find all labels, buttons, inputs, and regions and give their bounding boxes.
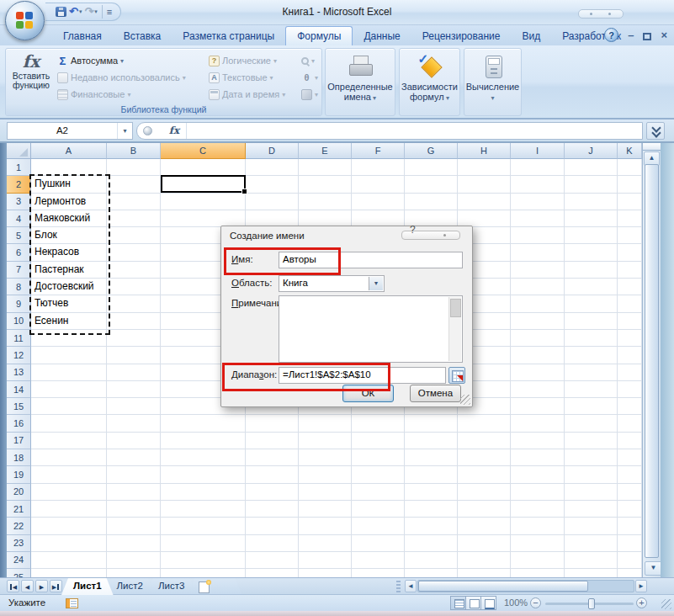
cell-K24[interactable] <box>618 552 642 569</box>
tab-insert[interactable]: Вставка <box>113 28 172 45</box>
cell-D16[interactable] <box>246 415 299 432</box>
column-header-K[interactable]: K <box>618 143 642 159</box>
column-header-J[interactable]: J <box>565 143 618 159</box>
cell-G16[interactable] <box>405 415 458 432</box>
column-header-E[interactable]: E <box>299 143 352 159</box>
cell-D18[interactable] <box>246 449 299 466</box>
cell-I15[interactable] <box>511 398 565 415</box>
ribbon-button-autosum[interactable]: ΣАвтосумма▾ <box>56 52 206 69</box>
cell-I2[interactable] <box>511 176 565 193</box>
redo-button[interactable]: ↷▾ <box>84 3 97 20</box>
cell-C24[interactable] <box>161 552 246 569</box>
cell-J1[interactable] <box>565 159 618 176</box>
dropdown-icon[interactable]: ▾ <box>183 74 186 82</box>
minimize-button[interactable]: – <box>628 28 634 42</box>
cell-I7[interactable] <box>511 262 565 279</box>
cell-F17[interactable] <box>352 433 405 449</box>
cell-A25[interactable] <box>31 569 107 577</box>
cell-B22[interactable] <box>107 518 161 534</box>
cell-B24[interactable] <box>107 552 161 569</box>
cell-F3[interactable] <box>352 194 405 210</box>
cell-H2[interactable] <box>458 176 511 193</box>
cell-C22[interactable] <box>161 518 246 534</box>
dropdown-icon[interactable]: ▾ <box>491 94 494 102</box>
cell-K5[interactable] <box>618 227 642 244</box>
cell-D22[interactable] <box>246 518 299 534</box>
sheet-tab-sheet1[interactable]: Лист1 <box>61 578 114 595</box>
column-header-A[interactable]: A <box>31 143 107 159</box>
cell-I16[interactable] <box>511 415 565 432</box>
cell-A16[interactable] <box>31 415 107 432</box>
cell-G1[interactable] <box>405 159 458 176</box>
cell-B5[interactable] <box>107 227 161 244</box>
cell-B20[interactable] <box>107 484 161 501</box>
cell-K20[interactable] <box>618 484 642 501</box>
ribbon-button-logical[interactable]: ?Логические▾ <box>208 52 297 69</box>
sheet-tab-sheet2[interactable]: Лист2 <box>105 578 155 595</box>
cell-D23[interactable] <box>246 535 299 552</box>
cell-F22[interactable] <box>352 518 405 534</box>
cell-J20[interactable] <box>565 484 618 501</box>
cell-J9[interactable] <box>565 295 618 312</box>
cell-H25[interactable] <box>458 569 511 577</box>
cell-G21[interactable] <box>405 501 458 518</box>
column-header-H[interactable]: H <box>458 143 511 159</box>
cell-C20[interactable] <box>161 484 246 501</box>
ribbon-group-formula-auditing[interactable]: Зависимостиформул ▾ <box>399 48 460 116</box>
row-header-23[interactable]: 23 <box>7 535 31 552</box>
comment-scrollbar-thumb[interactable] <box>450 299 461 317</box>
cell-G3[interactable] <box>405 194 458 210</box>
cell-J3[interactable] <box>565 194 618 210</box>
cell-F20[interactable] <box>352 484 405 501</box>
dropdown-icon[interactable]: ▾ <box>311 57 315 65</box>
cell-J25[interactable] <box>565 569 618 577</box>
name-box[interactable]: A2 ▾ <box>7 122 133 140</box>
cell-H1[interactable] <box>458 159 511 176</box>
cell-J11[interactable] <box>565 330 618 347</box>
cell-K22[interactable] <box>618 518 642 534</box>
cell-K23[interactable] <box>618 535 642 552</box>
cell-C16[interactable] <box>161 415 246 432</box>
cell-E22[interactable] <box>299 518 352 534</box>
select-all-corner[interactable] <box>7 143 31 159</box>
cell-C25[interactable] <box>161 569 246 577</box>
expand-formula-bar-button[interactable] <box>646 122 665 140</box>
ribbon-button-financial[interactable]: Финансовые▾ <box>56 86 206 103</box>
column-header-G[interactable]: G <box>405 143 458 159</box>
cell-I1[interactable] <box>511 159 565 176</box>
cell-H16[interactable] <box>458 415 511 432</box>
cell-H17[interactable] <box>458 433 511 449</box>
undo-dropdown-icon[interactable]: ▾ <box>79 3 82 20</box>
dropdown-icon[interactable]: ▾ <box>120 57 124 65</box>
cell-D17[interactable] <box>246 433 299 449</box>
cell-H19[interactable] <box>458 466 511 483</box>
cell-A15[interactable] <box>31 398 107 415</box>
dropdown-icon[interactable]: ▾ <box>273 57 277 65</box>
column-header-I[interactable]: I <box>511 143 565 159</box>
cell-I13[interactable] <box>511 364 565 381</box>
column-header-C[interactable]: C <box>161 143 246 159</box>
cell-G2[interactable] <box>405 176 458 193</box>
dropdown-icon[interactable]: ▾ <box>315 91 318 98</box>
zoom-in-button[interactable]: + <box>636 597 647 608</box>
cell-H18[interactable] <box>458 449 511 466</box>
scroll-right-button[interactable]: ► <box>635 580 647 592</box>
cell-J16[interactable] <box>565 415 618 432</box>
ribbon-button-math-trig[interactable]: θ▾ <box>300 69 322 86</box>
cell-F2[interactable] <box>352 176 405 193</box>
cell-H22[interactable] <box>458 518 511 534</box>
ribbon-button-more-functions[interactable]: ▾ <box>300 86 322 103</box>
cell-G22[interactable] <box>405 518 458 534</box>
cell-I18[interactable] <box>511 449 565 466</box>
cell-E18[interactable] <box>299 449 352 466</box>
cell-C19[interactable] <box>161 466 246 483</box>
row-header-21[interactable]: 21 <box>7 501 31 518</box>
cell-I24[interactable] <box>511 552 565 569</box>
tab-home[interactable]: Главная <box>52 28 113 45</box>
cell-K11[interactable] <box>618 330 642 347</box>
cell-K16[interactable] <box>618 415 642 432</box>
cell-A21[interactable] <box>31 501 107 518</box>
cell-D3[interactable] <box>246 194 299 210</box>
cell-I20[interactable] <box>511 484 565 501</box>
cell-J23[interactable] <box>565 535 618 552</box>
